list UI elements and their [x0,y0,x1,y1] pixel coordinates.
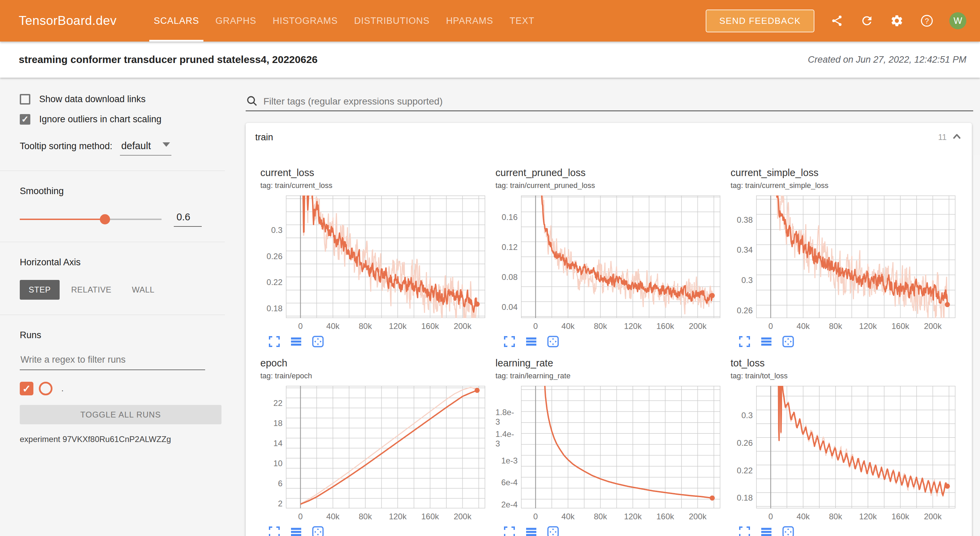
data-series-icon[interactable] [760,526,772,536]
y-tick-label: 1.8e-3 [495,408,518,427]
y-tick-label: 10 [273,459,283,468]
x-tick-label: 160k [656,512,674,521]
train-group-header[interactable]: train 11 [246,123,972,152]
show-download-links-checkbox[interactable] [20,94,30,105]
y-tick-label: 0.26 [266,252,283,261]
chart-plot[interactable] [521,386,720,508]
fit-domain-icon[interactable] [547,526,559,536]
x-tick-label: 80k [594,322,607,331]
y-tick-label: 0.26 [737,306,753,316]
x-tick-label: 160k [421,512,439,521]
y-tick-label: 0.26 [737,438,753,448]
tab-graphs[interactable]: GRAPHS [211,0,261,41]
fit-domain-icon[interactable] [312,526,324,536]
y-tick-label: 0.18 [266,304,283,313]
x-tick-label: 40k [326,322,340,331]
axis-button-step[interactable]: STEP [20,280,60,300]
show-download-links-label: Show data download links [39,94,145,105]
expand-icon[interactable] [739,526,750,536]
divider [0,315,225,315]
fit-domain-icon[interactable] [547,336,559,347]
show-download-links-row: Show data download links [20,94,225,105]
y-tick-label: 0.3 [741,411,753,420]
y-tick-label: 0.12 [501,243,518,252]
y-tick-label: 22 [273,398,283,408]
tab-distributions[interactable]: DISTRIBUTIONS [350,0,434,41]
share-icon[interactable] [829,13,845,28]
expand-icon[interactable] [504,336,515,347]
slider-thumb[interactable] [100,214,110,224]
fit-domain-icon[interactable] [783,336,794,347]
nav-tabs: SCALARSGRAPHSHISTOGRAMSDISTRIBUTIONSHPAR… [149,0,539,41]
tag-filter-input[interactable] [263,96,912,107]
chart-toolbar [504,336,724,347]
y-tick-label: 18 [273,419,283,428]
chart-card: current_pruned_loss tag: train/current_p… [489,167,724,347]
data-series-icon[interactable] [290,336,302,347]
chart-card: current_simple_loss tag: train/current_s… [724,167,959,347]
ignore-outliers-checkbox[interactable]: ✓ [20,114,30,125]
run-checkbox[interactable]: ✓ [20,382,33,395]
smoothing-value[interactable]: 0.6 [174,211,202,227]
x-tick-label: 160k [891,512,909,521]
avatar[interactable]: W [949,12,966,29]
chart-plot[interactable] [521,195,720,318]
send-feedback-button[interactable]: SEND FEEDBACK [706,10,815,32]
chart-plot[interactable] [286,386,485,508]
settings-icon[interactable] [889,13,904,28]
horizontal-axis-buttons: STEPRELATIVEWALL [20,280,225,300]
help-icon[interactable]: ? [920,13,934,28]
x-tick-label: 200k [453,512,471,521]
y-tick-label: 1e-3 [501,456,518,466]
group-count: 11 [938,132,947,142]
axis-button-relative[interactable]: RELATIVE [62,280,120,300]
toggle-all-runs-button[interactable]: TOGGLE ALL RUNS [20,405,221,424]
expand-icon[interactable] [504,526,515,536]
axis-button-wall[interactable]: WALL [123,280,163,300]
run-name: . [61,384,64,393]
x-tick-label: 40k [797,512,810,521]
fit-domain-icon[interactable] [312,336,324,347]
y-axis-labels: 2218141062 [260,386,286,508]
chart-tag: tag: train/current_loss [260,181,489,190]
data-series-icon[interactable] [760,336,772,347]
x-axis-labels: 040k80k120k160k200k [286,318,485,332]
chart-title: current_pruned_loss [495,167,724,178]
chart-card: current_loss tag: train/current_loss 0.3… [254,167,489,347]
tab-histograms[interactable]: HISTOGRAMS [268,0,342,41]
tooltip-sort-dropdown[interactable]: default [120,140,172,155]
expand-icon[interactable] [739,336,750,347]
x-tick-label: 120k [859,322,877,331]
tab-scalars[interactable]: SCALARS [149,0,204,41]
data-series-icon[interactable] [525,336,537,347]
chart-card: learning_rate tag: train/learning_rate 1… [489,358,724,536]
fit-domain-icon[interactable] [783,526,794,536]
x-tick-label: 80k [829,512,842,521]
expand-icon[interactable] [269,336,280,347]
train-group-card: train 11 current_loss tag: train/current… [246,123,972,536]
chart-plot[interactable] [756,386,956,508]
tab-hparams[interactable]: HPARAMS [442,0,498,41]
search-icon [246,95,258,108]
expand-icon[interactable] [269,526,280,536]
chart-tag: tag: train/epoch [260,371,489,381]
chart-toolbar [739,526,959,536]
run-color-icon[interactable] [39,382,52,395]
x-tick-label: 0 [298,322,302,331]
data-series-icon[interactable] [525,526,537,536]
x-tick-label: 80k [594,512,607,521]
chart-plot[interactable] [756,195,956,318]
main-content: train 11 current_loss tag: train/current… [225,78,980,536]
data-series-icon[interactable] [290,526,302,536]
scrollbar[interactable] [973,155,980,536]
tab-text[interactable]: TEXT [505,0,539,41]
chevron-up-icon[interactable] [951,131,962,143]
chart-title: current_simple_loss [730,167,959,178]
smoothing-slider[interactable] [20,219,162,220]
runs-filter-input[interactable] [20,354,207,365]
x-axis-labels: 040k80k120k160k200k [286,508,485,522]
runs-filter [20,354,205,370]
refresh-icon[interactable] [859,13,874,28]
y-tick-label: 0.22 [737,466,753,476]
chart-plot[interactable] [286,195,485,318]
